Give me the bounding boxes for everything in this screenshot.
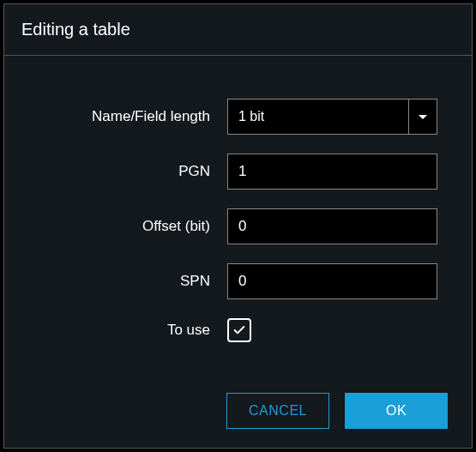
check-icon — [232, 323, 246, 337]
dialog-buttons: CANCEL OK — [4, 393, 472, 448]
row-name-field-length: Name/Field length 1 bit — [30, 99, 446, 135]
row-spn: SPN — [30, 263, 446, 299]
row-pgn: PGN — [30, 154, 446, 190]
label-spn: SPN — [30, 273, 227, 290]
label-name-field-length: Name/Field length — [30, 108, 227, 125]
to-use-checkbox[interactable] — [227, 318, 251, 342]
edit-table-dialog: Editing a table Name/Field length 1 bit … — [3, 3, 473, 449]
select-value: 1 bit — [228, 99, 409, 134]
dialog-title: Editing a table — [4, 4, 472, 56]
label-to-use: To use — [30, 322, 227, 339]
cancel-button[interactable]: CANCEL — [226, 393, 329, 429]
label-offset: Offset (bit) — [30, 218, 227, 235]
ok-button[interactable]: OK — [345, 393, 448, 429]
row-offset: Offset (bit) — [30, 208, 446, 244]
offset-input[interactable] — [227, 208, 437, 244]
caret-down-icon — [419, 115, 427, 119]
select-name-field-length[interactable]: 1 bit — [227, 99, 437, 135]
select-dropdown-button[interactable] — [409, 99, 437, 134]
row-to-use: To use — [30, 318, 446, 342]
pgn-input[interactable] — [227, 154, 437, 190]
spn-input[interactable] — [227, 263, 437, 299]
label-pgn: PGN — [30, 163, 227, 180]
form-area: Name/Field length 1 bit PGN Offset (bit) — [4, 56, 472, 393]
